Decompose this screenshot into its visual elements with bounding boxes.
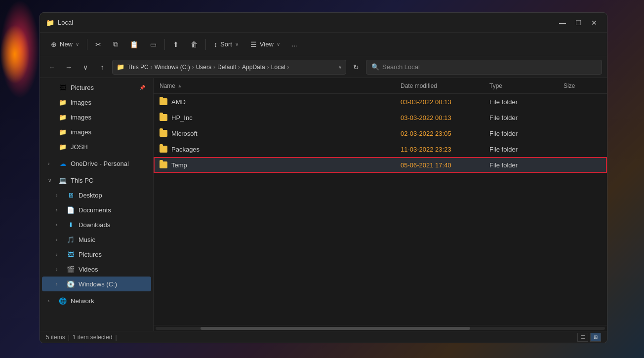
- window-icon: 📁: [46, 19, 54, 27]
- view-icon: ☰: [250, 40, 257, 48]
- share-button[interactable]: ⬆: [168, 36, 184, 53]
- sidebar-item-pictures-pinned[interactable]: 🖼 Pictures 📌: [42, 80, 151, 95]
- images2-icon: 📁: [59, 113, 67, 121]
- file-row-microsoft[interactable]: Microsoft 02-03-2022 23:05 File folder: [154, 125, 607, 141]
- sidebar-pictures-pinned-label: Pictures: [71, 84, 135, 91]
- folder-icon-microsoft: [160, 130, 167, 137]
- sidebar-downloads-label: Downloads: [79, 221, 145, 229]
- sidebar-item-network[interactable]: › 🌐 Network: [42, 293, 151, 308]
- sidebar-item-josh[interactable]: 📁 JOSH: [42, 139, 151, 154]
- file-list: AMD 03-03-2022 00:13 File folder HP_Inc …: [154, 94, 607, 325]
- scroll-thumb[interactable]: [201, 327, 470, 330]
- sidebar-videos-label: Videos: [79, 266, 145, 273]
- toolbar: ⊕ New ∨ ✂ ⧉ 📋 ▭ ⬆ 🗑 ↕ Sort ∨ ☰: [40, 33, 607, 56]
- sidebar: 🖼 Pictures 📌 📁 images 📁 images 📁 images: [40, 78, 154, 331]
- file-row-hpinc[interactable]: HP_Inc 03-03-2022 00:13 File folder: [154, 110, 607, 125]
- breadcrumb-bar[interactable]: 📁 This PC › Windows (C:) › Users › Defau…: [112, 60, 346, 75]
- documents-expand-icon: ›: [56, 207, 63, 213]
- sidebar-item-pictures[interactable]: › 🖼 Pictures: [42, 247, 151, 262]
- paste-button[interactable]: 📋: [125, 36, 143, 53]
- share-icon: ⬆: [173, 40, 179, 48]
- search-input[interactable]: [382, 63, 597, 71]
- maximize-button[interactable]: ☐: [571, 16, 585, 30]
- file-row-type-hpinc: File folder: [483, 114, 558, 121]
- file-explorer-window: 📁 Local — ☐ ✕ ⊕ New ∨ ✂ ⧉ 📋 ▭ ⬆: [40, 12, 607, 343]
- sidebar-item-images-3[interactable]: 📁 images: [42, 124, 151, 139]
- thispc-expand-icon: ∨: [48, 178, 55, 183]
- tiles-view-button[interactable]: ⊞: [590, 333, 601, 342]
- new-button[interactable]: ⊕ New ∨: [46, 36, 84, 53]
- sidebar-pictures-label: Pictures: [79, 251, 145, 258]
- window-title: Local: [58, 19, 556, 26]
- sidebar-item-music[interactable]: › 🎵 Music: [42, 232, 151, 247]
- file-row-type-amd: File folder: [483, 98, 558, 106]
- sidebar-item-images-2[interactable]: 📁 images: [42, 110, 151, 124]
- copy-button[interactable]: ⧉: [108, 36, 123, 53]
- downloads-expand-icon: ›: [56, 222, 63, 228]
- view-chevron-icon: ∨: [277, 41, 280, 47]
- address-bar: ← → ∨ ↑ 📁 This PC › Windows (C:) › Users…: [40, 56, 607, 78]
- sidebar-item-videos[interactable]: › 🎬 Videos: [42, 262, 151, 277]
- more-button[interactable]: ...: [287, 36, 302, 53]
- copy-icon: ⧉: [113, 40, 118, 48]
- folder-icon-temp: [160, 161, 167, 168]
- toolbar-separator-1: [87, 39, 87, 50]
- file-row-name-amd: AMD: [154, 98, 395, 106]
- up-button[interactable]: ↑: [95, 60, 109, 74]
- file-row-temp[interactable]: Temp 05-06-2021 17:40 File folder: [154, 157, 607, 173]
- refresh-button[interactable]: ↻: [349, 60, 363, 74]
- pictures-pinned-icon: 🖼: [59, 83, 67, 91]
- search-bar[interactable]: 🔍: [366, 60, 602, 75]
- sidebar-item-desktop[interactable]: › 🖥 Desktop: [42, 188, 151, 202]
- breadcrumb-folder-icon: 📁: [117, 63, 124, 71]
- sidebar-josh-label: JOSH: [71, 143, 145, 151]
- breadcrumb-users: Users: [196, 64, 211, 71]
- sidebar-item-documents[interactable]: › 📄 Documents: [42, 202, 151, 217]
- sidebar-item-images-1[interactable]: 📁 images: [42, 95, 151, 110]
- close-button[interactable]: ✕: [587, 16, 601, 30]
- file-row-amd[interactable]: AMD 03-03-2022 00:13 File folder: [154, 94, 607, 110]
- horizontal-scrollbar[interactable]: [154, 325, 607, 331]
- sort-button[interactable]: ↕ Sort ∨: [209, 36, 243, 53]
- sort-arrow-icon: ▲: [177, 83, 182, 88]
- sidebar-item-onedrive[interactable]: › ☁ OneDrive - Personal: [42, 156, 151, 171]
- sidebar-item-downloads[interactable]: › ⬇ Downloads: [42, 217, 151, 232]
- file-area: Name ▲ Date modified Type Size: [154, 78, 607, 331]
- paste-icon: 📋: [130, 40, 138, 48]
- toolbar-separator-3: [205, 39, 206, 50]
- window-controls: — ☐ ✕: [556, 16, 601, 30]
- sidebar-documents-label: Documents: [79, 206, 145, 214]
- header-date[interactable]: Date modified: [395, 82, 483, 89]
- cut-button[interactable]: ✂: [90, 36, 106, 53]
- details-view-button[interactable]: ☰: [577, 333, 588, 342]
- thispc-icon: 💻: [59, 176, 67, 184]
- header-size[interactable]: Size: [558, 82, 607, 89]
- history-button[interactable]: ∨: [79, 60, 92, 74]
- minimize-button[interactable]: —: [556, 16, 569, 30]
- file-row-date-temp: 05-06-2021 17:40: [395, 161, 483, 169]
- desktop-expand-icon: ›: [56, 193, 63, 198]
- rename-button[interactable]: ▭: [145, 36, 161, 53]
- breadcrumb-sep2: ›: [192, 64, 194, 71]
- sidebar-item-windows-c[interactable]: › 💽 Windows (C:): [42, 277, 151, 291]
- status-separator-2: |: [116, 334, 117, 341]
- status-bar: 5 items | 1 item selected | ☰ ⊞: [40, 331, 607, 343]
- file-row-date-packages: 11-03-2022 23:23: [395, 146, 483, 153]
- back-button[interactable]: ←: [45, 60, 59, 74]
- breadcrumb-sep4: ›: [238, 64, 240, 71]
- delete-button[interactable]: 🗑: [186, 36, 202, 53]
- sort-chevron-icon: ∨: [235, 41, 239, 47]
- file-row-name-microsoft: Microsoft: [154, 130, 395, 137]
- sidebar-network-label: Network: [71, 297, 145, 305]
- onedrive-icon: ☁: [59, 159, 67, 167]
- sidebar-images2-label: images: [71, 114, 145, 121]
- sidebar-item-thispc[interactable]: ∨ 💻 This PC: [42, 173, 151, 188]
- file-row-packages[interactable]: Packages 11-03-2022 23:23 File folder: [154, 141, 607, 157]
- forward-button[interactable]: →: [62, 60, 76, 74]
- scroll-track: [156, 327, 605, 330]
- downloads-icon: ⬇: [67, 221, 75, 229]
- view-button[interactable]: ☰ View ∨: [245, 36, 285, 53]
- header-type[interactable]: Type: [483, 82, 558, 89]
- header-name[interactable]: Name ▲: [154, 82, 395, 89]
- status-selected-text: 1 item selected: [73, 334, 113, 341]
